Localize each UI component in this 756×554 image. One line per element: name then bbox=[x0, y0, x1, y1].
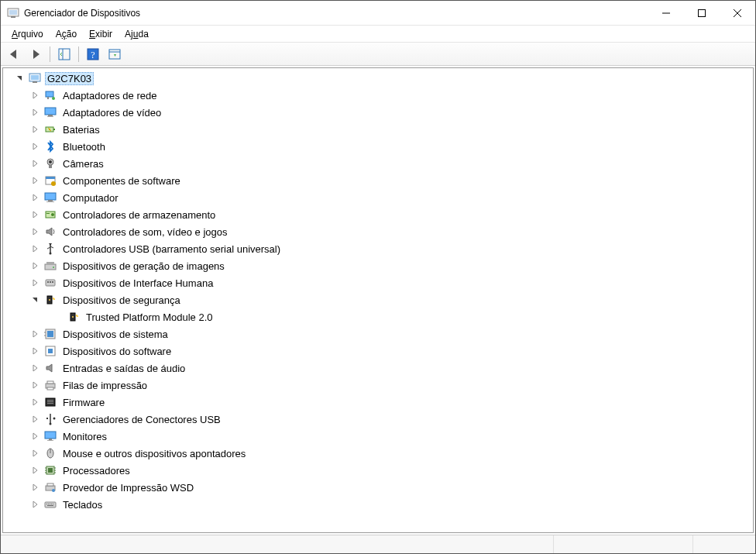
svg-rect-21 bbox=[47, 116, 53, 117]
tree-item[interactable]: Bluetooth bbox=[3, 138, 753, 155]
expand-icon[interactable] bbox=[29, 192, 40, 203]
tree-item-label: Trusted Platform Module 2.0 bbox=[84, 311, 215, 324]
svg-rect-16 bbox=[46, 91, 53, 97]
tree-item[interactable]: Adaptadores de rede bbox=[3, 87, 753, 104]
tpm-icon bbox=[67, 310, 81, 324]
expand-icon[interactable] bbox=[29, 465, 40, 476]
expand-icon[interactable] bbox=[29, 141, 40, 152]
svg-rect-30 bbox=[45, 193, 56, 200]
tree-item[interactable]: Gerenciadores de Conectores USB bbox=[3, 411, 753, 428]
monitor-icon bbox=[43, 429, 57, 443]
tree-item[interactable]: Teclados bbox=[3, 496, 753, 513]
tree-item[interactable]: Provedor de Impressão WSD bbox=[3, 479, 753, 496]
svg-rect-57 bbox=[47, 400, 53, 401]
scan-hardware-button[interactable] bbox=[105, 45, 125, 64]
expand-icon[interactable] bbox=[29, 294, 40, 305]
tree-item[interactable]: Dispositivos de geração de imagens bbox=[3, 257, 753, 274]
tree-item-label: Gerenciadores de Conectores USB bbox=[60, 413, 223, 426]
expand-icon[interactable] bbox=[29, 499, 40, 510]
expand-icon[interactable] bbox=[29, 329, 40, 339]
close-button[interactable] bbox=[720, 1, 755, 26]
tree-item[interactable]: Dispositivos do software bbox=[3, 342, 753, 360]
tree-item[interactable]: Baterias bbox=[3, 121, 753, 138]
tree-item[interactable]: Filas de impressão bbox=[3, 377, 753, 394]
tree-item[interactable]: Dispositivos de Interface Humana bbox=[3, 274, 753, 291]
expand-icon[interactable] bbox=[29, 431, 40, 442]
storage-icon bbox=[43, 208, 57, 222]
expand-icon[interactable] bbox=[29, 363, 40, 373]
tree-item[interactable]: Entradas e saídas de áudio bbox=[3, 360, 753, 377]
expand-icon[interactable] bbox=[29, 380, 40, 391]
tree-item[interactable]: Dispositivos de segurança bbox=[3, 291, 753, 308]
menu-arquivo[interactable]: Arquivo bbox=[5, 27, 50, 41]
tree-item[interactable]: Controladores de som, vídeo e jogos bbox=[3, 223, 753, 240]
tree-item[interactable]: Controladores USB (barramento serial uni… bbox=[3, 240, 753, 257]
imaging-icon bbox=[43, 259, 57, 273]
expand-icon[interactable] bbox=[29, 482, 40, 493]
statusbar bbox=[1, 535, 755, 554]
tree-item[interactable]: Trusted Platform Module 2.0 bbox=[3, 308, 753, 325]
firmware-icon bbox=[43, 395, 57, 409]
svg-rect-41 bbox=[47, 281, 49, 283]
tree-item[interactable]: Adaptadores de vídeo bbox=[3, 104, 753, 121]
tree-root[interactable]: G2C7K03 bbox=[3, 70, 753, 87]
expand-icon[interactable] bbox=[29, 209, 40, 220]
bluetooth-icon bbox=[43, 139, 57, 153]
expand-icon[interactable] bbox=[29, 448, 40, 459]
show-hide-tree-button[interactable] bbox=[54, 45, 74, 64]
usb-icon bbox=[43, 242, 57, 256]
svg-rect-26 bbox=[49, 165, 52, 168]
expand-icon[interactable] bbox=[29, 260, 40, 271]
tree-item[interactable]: Monitores bbox=[3, 428, 753, 445]
back-button[interactable] bbox=[4, 45, 24, 64]
tree-item[interactable]: Componentes de software bbox=[3, 172, 753, 189]
wsd-icon bbox=[43, 480, 57, 494]
expand-icon[interactable] bbox=[29, 346, 40, 356]
tree-item[interactable]: Controladores de armazenamento bbox=[3, 206, 753, 223]
expand-icon[interactable] bbox=[29, 90, 40, 101]
svg-point-47 bbox=[72, 316, 74, 318]
device-tree[interactable]: G2C7K03 Adaptadores de rede Adaptadores … bbox=[3, 68, 753, 532]
svg-rect-58 bbox=[47, 401, 53, 402]
expand-icon[interactable] bbox=[29, 277, 40, 288]
help-button[interactable]: ? bbox=[83, 45, 103, 64]
svg-rect-69 bbox=[48, 468, 53, 473]
menu-exibir[interactable]: Exibir bbox=[83, 27, 119, 41]
software-icon bbox=[43, 174, 57, 188]
minimize-button[interactable] bbox=[648, 1, 684, 26]
tree-item-label: Componentes de software bbox=[60, 174, 183, 188]
tree-item[interactable]: Computador bbox=[3, 189, 753, 206]
expand-icon[interactable] bbox=[29, 124, 40, 135]
hid-icon bbox=[43, 276, 57, 290]
svg-rect-20 bbox=[48, 115, 53, 116]
expand-icon[interactable] bbox=[14, 73, 25, 84]
tree-root-label: G2C7K03 bbox=[45, 72, 94, 85]
network-icon bbox=[43, 88, 57, 102]
expand-icon[interactable] bbox=[29, 175, 40, 186]
maximize-button[interactable] bbox=[684, 1, 720, 26]
svg-rect-61 bbox=[46, 418, 48, 419]
tree-item[interactable]: Câmeras bbox=[3, 155, 753, 172]
tree-item[interactable]: Firmware bbox=[3, 394, 753, 411]
expand-icon[interactable] bbox=[29, 107, 40, 118]
expand-icon[interactable] bbox=[29, 226, 40, 237]
menu-acao[interactable]: Ação bbox=[50, 27, 83, 41]
expand-icon[interactable] bbox=[29, 158, 40, 169]
svg-point-39 bbox=[53, 267, 54, 268]
tree-item-label: Controladores de som, vídeo e jogos bbox=[60, 225, 229, 239]
menu-ajuda[interactable]: Ajuda bbox=[119, 27, 155, 41]
svg-rect-31 bbox=[48, 200, 53, 201]
svg-rect-79 bbox=[45, 502, 56, 508]
expand-icon[interactable] bbox=[29, 397, 40, 408]
expand-icon[interactable] bbox=[29, 243, 40, 254]
titlebar: Gerenciador de Dispositivos bbox=[1, 1, 755, 26]
keyboard-icon bbox=[43, 497, 57, 511]
expand-icon[interactable] bbox=[29, 414, 40, 425]
forward-button[interactable] bbox=[26, 45, 46, 64]
tree-item[interactable]: Processadores bbox=[3, 462, 753, 479]
status-panel bbox=[554, 535, 693, 554]
tree-item[interactable]: Dispositivos de sistema bbox=[3, 325, 753, 342]
svg-rect-49 bbox=[47, 331, 53, 337]
tree-item[interactable]: Mouse e outros dispositivos apontadores bbox=[3, 445, 753, 462]
svg-rect-82 bbox=[50, 504, 50, 504]
